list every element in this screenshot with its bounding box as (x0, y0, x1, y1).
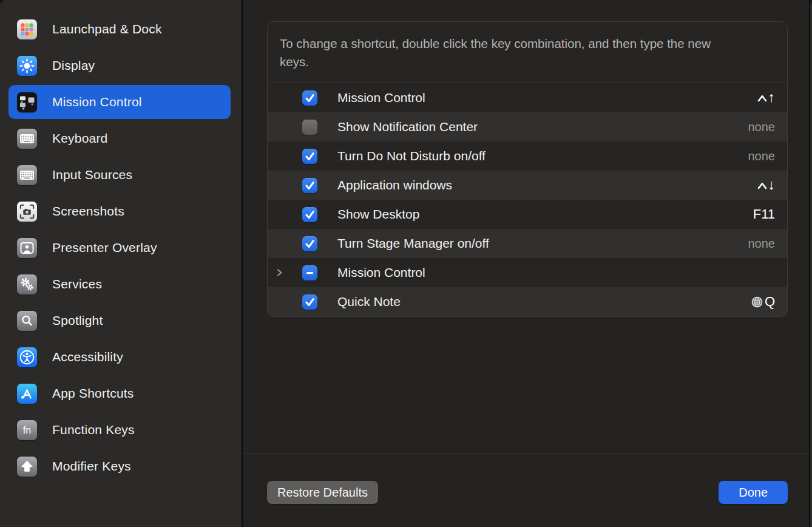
shortcut-none-label: none (748, 237, 776, 251)
row-checkbox-checked[interactable] (302, 236, 317, 251)
shortcut-name: Quick Note (337, 294, 751, 309)
presenter-icon (17, 238, 37, 258)
done-button[interactable]: Done (719, 481, 788, 504)
footer-divider (243, 454, 809, 454)
launchpad-icon (17, 19, 37, 39)
shortcut-key-combination[interactable]: none (748, 237, 776, 251)
sidebar-item-label: Presenter Overlay (52, 240, 157, 255)
fn-icon: fn (17, 420, 37, 440)
shortcuts-group-box: To change a shortcut, double click the k… (267, 21, 788, 317)
keyboard-icon (17, 129, 37, 149)
sidebar-item-label: Screenshots (52, 204, 124, 219)
spotlight-icon (17, 311, 37, 331)
shortcut-name: Show Desktop (337, 207, 753, 222)
sidebar-item-input-sources[interactable]: Input Sources (0, 157, 242, 193)
shortcuts-sidebar: Launchpad & Dock Display Mission Control… (0, 0, 243, 527)
sidebar-item-keyboard[interactable]: Keyboard (0, 120, 242, 157)
shortcut-name: Application windows (337, 178, 757, 192)
row-checkbox-checked[interactable] (302, 178, 317, 193)
shortcut-key-combination[interactable]: none (748, 149, 776, 163)
shortcut-row-application-windows[interactable]: Application windows ↓ (268, 171, 787, 200)
shortcut-row-turn-stage-manager-on-off[interactable]: Turn Stage Manager on/offnone (268, 229, 787, 258)
shortcut-key-combination[interactable]: ↑ (757, 91, 776, 105)
app-shortcuts-icon (17, 384, 37, 404)
shortcut-row-quick-note[interactable]: Quick Note Q (268, 287, 787, 316)
row-checkbox-checked[interactable] (302, 149, 317, 164)
sidebar-item-label: Accessibility (52, 350, 123, 364)
sidebar-item-label: Display (52, 58, 95, 73)
control-key-icon (757, 94, 768, 103)
sidebar-item-list: Launchpad & Dock Display Mission Control… (0, 11, 242, 484)
sidebar-item-label: Mission Control (52, 95, 142, 109)
row-checkbox-checked[interactable] (302, 207, 317, 222)
shortcut-key-combination[interactable]: none (748, 120, 776, 134)
mission-control-icon (17, 92, 37, 112)
arrow-down-icon: ↓ (768, 178, 776, 192)
sidebar-item-label: Spotlight (52, 313, 103, 328)
sidebar-item-label: App Shortcuts (52, 386, 134, 401)
sidebar-item-display[interactable]: Display (0, 47, 242, 84)
sidebar-item-spotlight[interactable]: Spotlight (0, 302, 242, 339)
shortcut-name: Mission Control (337, 265, 775, 280)
control-key-icon (757, 182, 768, 190)
row-checkbox-checked[interactable] (302, 90, 317, 106)
sidebar-item-label: Modifier Keys (52, 459, 131, 474)
keyboard-icon (17, 165, 37, 185)
sidebar-item-presenter-overlay[interactable]: Presenter Overlay (0, 229, 242, 266)
restore-defaults-button[interactable]: Restore Defaults (267, 481, 378, 504)
display-icon (17, 56, 37, 76)
row-checkbox-checked[interactable] (302, 294, 317, 310)
shortcut-none-label: none (748, 120, 776, 134)
sidebar-item-label: Launchpad & Dock (52, 22, 162, 36)
shortcut-table: Mission Control ↑Show Notification Cente… (268, 83, 787, 316)
accessibility-icon (17, 347, 37, 367)
sidebar-item-launchpad-dock[interactable]: Launchpad & Dock (0, 11, 242, 47)
shortcut-row-turn-do-not-disturb-on-off[interactable]: Turn Do Not Disturb on/offnone (268, 141, 787, 171)
chevron-right-icon[interactable] (276, 258, 283, 287)
modifier-icon (17, 457, 37, 477)
window-right-edge (809, 0, 812, 527)
shortcut-row-show-desktop[interactable]: Show DesktopF11 (268, 200, 787, 229)
row-checkbox-unchecked[interactable] (302, 120, 317, 135)
shortcut-none-label: none (748, 149, 776, 163)
sidebar-item-mission-control[interactable]: Mission Control (0, 84, 242, 120)
sidebar-item-modifier-keys[interactable]: Modifier Keys (0, 448, 242, 484)
sidebar-item-label: Keyboard (52, 131, 108, 146)
shortcut-name: Turn Do Not Disturb on/off (337, 149, 748, 163)
shortcut-name: Show Notification Center (337, 120, 748, 134)
sidebar-item-function-keys[interactable]: fnFunction Keys (0, 412, 242, 448)
keyboard-shortcuts-dialog: Launchpad & Dock Display Mission Control… (0, 0, 812, 527)
sidebar-item-label: Function Keys (52, 423, 135, 437)
shortcut-name: Turn Stage Manager on/off (337, 236, 748, 251)
instructions-text: To change a shortcut, double click the k… (268, 22, 787, 83)
screenshot-icon (17, 202, 37, 222)
shortcut-text: F11 (753, 206, 775, 222)
services-icon (17, 274, 37, 294)
shortcut-row-mission-control[interactable]: Mission Control (268, 258, 787, 287)
shortcut-key-combination[interactable]: Q (751, 294, 775, 310)
shortcut-row-mission-control[interactable]: Mission Control ↑ (268, 83, 787, 112)
shortcut-key-combination[interactable]: F11 (753, 206, 775, 222)
shortcut-row-show-notification-center[interactable]: Show Notification Centernone (268, 112, 787, 141)
sidebar-item-accessibility[interactable]: Accessibility (0, 339, 242, 375)
row-checkbox-mixed[interactable] (302, 265, 317, 280)
sidebar-item-app-shortcuts[interactable]: App Shortcuts (0, 375, 242, 412)
globe-key-icon (751, 296, 763, 308)
sidebar-item-services[interactable]: Services (0, 266, 242, 302)
arrow-up-icon: ↑ (768, 90, 776, 104)
shortcut-name: Mission Control (337, 90, 757, 105)
sidebar-item-label: Input Sources (52, 168, 132, 182)
mission-control-shortcuts-pane: To change a shortcut, double click the k… (243, 0, 812, 527)
shortcut-text: Q (765, 294, 775, 310)
shortcut-key-combination[interactable]: ↓ (757, 178, 776, 192)
sidebar-item-screenshots[interactable]: Screenshots (0, 193, 242, 229)
sidebar-item-label: Services (52, 277, 102, 291)
